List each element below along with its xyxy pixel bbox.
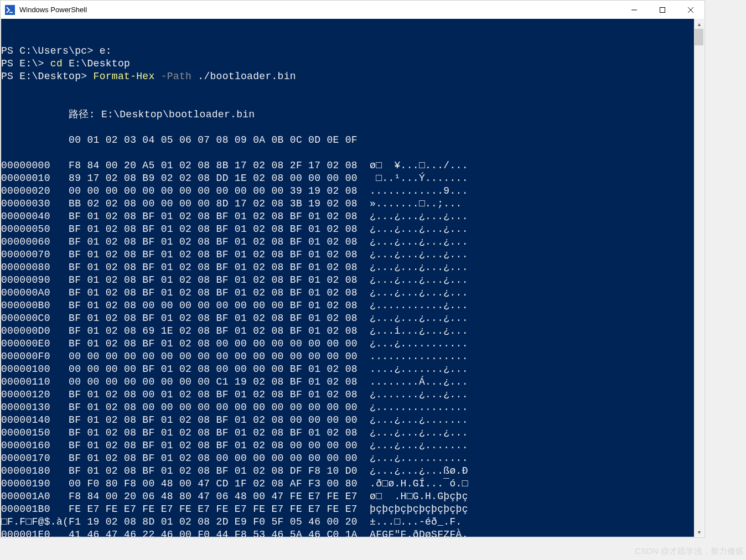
minimize-button[interactable] <box>620 1 648 19</box>
scroll-thumb[interactable] <box>695 29 703 45</box>
hex-row: 00000000 F8 84 00 20 A5 01 02 08 8B 17 0… <box>1 159 704 172</box>
window-controls <box>620 1 704 19</box>
hex-row: 00000100 00 00 00 00 BF 01 02 08 00 00 0… <box>1 363 704 376</box>
prompt-line: PS C:\Users\pc> e: <box>1 45 704 58</box>
maximize-button[interactable] <box>648 1 676 19</box>
hex-row: 00000150 BF 01 02 08 BF 01 02 08 BF 01 0… <box>1 427 704 439</box>
hex-row: 000000C0 BF 01 02 08 BF 01 02 08 BF 01 0… <box>1 312 704 325</box>
hex-row: □F.F□F@$.à(F1 19 02 08 8D 01 02 08 2D E9… <box>1 516 704 528</box>
hex-row: 00000070 BF 01 02 08 BF 01 02 08 BF 01 0… <box>1 248 704 261</box>
hex-row: 000001A0 F8 84 00 20 06 48 80 47 06 48 0… <box>1 490 704 503</box>
hex-row: 00000180 BF 01 02 08 BF 01 02 08 BF 01 0… <box>1 465 704 478</box>
hex-row: 00000110 00 00 00 00 00 00 00 00 C1 19 0… <box>1 376 704 388</box>
hex-row: 00000050 BF 01 02 08 BF 01 02 08 BF 01 0… <box>1 223 704 236</box>
scroll-down-icon[interactable]: ▾ <box>694 527 704 537</box>
hex-row: 000000B0 BF 01 02 08 00 00 00 00 00 00 0… <box>1 299 704 312</box>
close-button[interactable] <box>676 1 704 19</box>
hex-row: 00000160 BF 01 02 08 BF 01 02 08 BF 01 0… <box>1 439 704 452</box>
hex-row: 00000140 BF 01 02 08 BF 01 02 08 BF 01 0… <box>1 414 704 427</box>
hex-row: 00000030 BB 02 02 08 00 00 00 00 8D 17 0… <box>1 198 704 210</box>
terminal[interactable]: PS C:\Users\pc> e:PS E:\> cd E:\DesktopP… <box>1 19 704 537</box>
hex-row: 00000120 BF 01 02 08 00 01 02 08 BF 01 0… <box>1 388 704 401</box>
watermark: CSDN @才疏学浅，努力修炼 <box>635 546 744 557</box>
titlebar[interactable]: Windows PowerShell <box>1 1 704 19</box>
hex-row: 00000190 00 F0 80 F8 00 48 00 47 CD 1F 0… <box>1 478 704 490</box>
hex-row: 000000A0 BF 01 02 08 BF 01 02 08 BF 01 0… <box>1 287 704 299</box>
prompt-line: PS E:\> cd E:\Desktop <box>1 58 704 70</box>
hex-row: 000001B0 FE E7 FE E7 FE E7 FE E7 FE E7 F… <box>1 503 704 516</box>
hex-row: 000001E0 41 46 47 46 22 46 00 F0 44 F8 5… <box>1 528 704 537</box>
scrollbar[interactable]: ▴ ▾ <box>694 19 704 537</box>
hex-row: 000000D0 BF 01 02 08 69 1E 02 08 BF 01 0… <box>1 325 704 338</box>
path-label: 路径: E:\Desktop\bootloader.bin <box>1 108 704 121</box>
powershell-icon <box>5 5 15 15</box>
hex-header: 00 01 02 03 04 05 06 07 08 09 0A 0B 0C 0… <box>1 134 704 147</box>
hex-row: 00000060 BF 01 02 08 BF 01 02 08 BF 01 0… <box>1 236 704 248</box>
hex-row: 000000E0 BF 01 02 08 BF 01 02 08 00 00 0… <box>1 338 704 350</box>
svg-rect-3 <box>660 7 665 12</box>
hex-row: 00000170 BF 01 02 08 BF 01 02 08 00 00 0… <box>1 452 704 465</box>
powershell-window: Windows PowerShell PS C:\Users\pc> e:PS … <box>0 0 705 538</box>
hex-row: 000000F0 00 00 00 00 00 00 00 00 00 00 0… <box>1 350 704 363</box>
window-title: Windows PowerShell <box>19 6 87 14</box>
scroll-up-icon[interactable]: ▴ <box>694 19 704 29</box>
prompt-line: PS E:\Desktop> Format-Hex -Path ./bootlo… <box>1 70 704 83</box>
hex-row: 00000130 BF 01 02 08 00 00 00 00 00 00 0… <box>1 401 704 414</box>
hex-row: 00000040 BF 01 02 08 BF 01 02 08 BF 01 0… <box>1 210 704 223</box>
hex-row: 00000090 BF 01 02 08 BF 01 02 08 BF 01 0… <box>1 274 704 287</box>
hex-row: 00000020 00 00 00 00 00 00 00 00 00 00 0… <box>1 185 704 198</box>
hex-row: 00000080 BF 01 02 08 BF 01 02 08 BF 01 0… <box>1 261 704 274</box>
hex-row: 00000010 89 17 02 08 B9 02 02 08 DD 1E 0… <box>1 172 704 185</box>
